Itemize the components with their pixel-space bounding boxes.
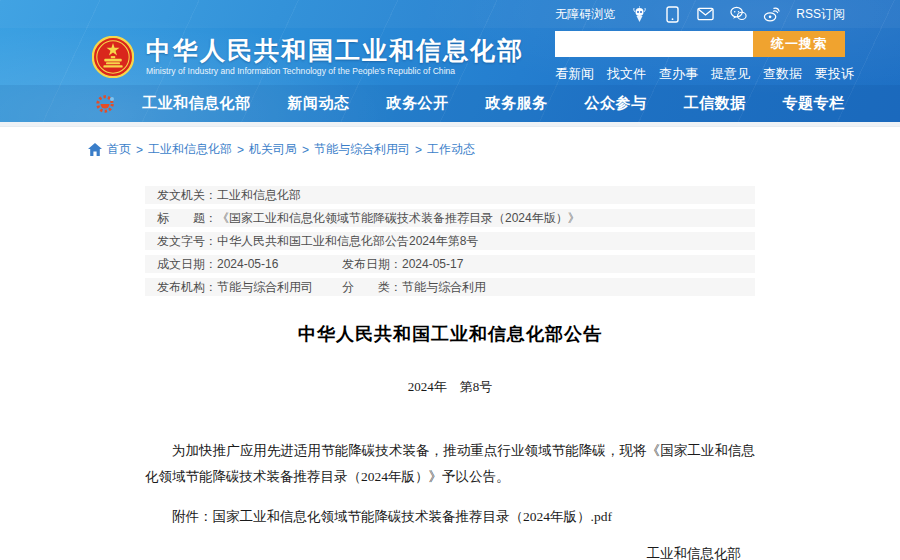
meta-row-document-number: 发文字号： 中华人民共和国工业和信息化部公告2024年第8号 — [145, 232, 755, 250]
site-title-block: 中华人民共和国工业和信息化部 Ministry of Industry and … — [146, 37, 524, 77]
main-nav: 工业和信息化部 新闻动态 政务公开 政务服务 公众参与 工信数据 专题专栏 — [0, 85, 900, 122]
meta-label: 发文字号： — [157, 233, 217, 249]
miit-e-logo-icon — [92, 91, 118, 117]
accessibility-link[interactable]: 无障碍浏览 — [555, 6, 615, 23]
meta-label: 标 题： — [157, 210, 217, 226]
meta-row-publisher-category: 发布机构： 节能与综合利用司 分 类： 节能与综合利用 — [145, 278, 755, 296]
meta-label: 分 类： — [342, 279, 402, 295]
weibo-icon[interactable] — [763, 6, 780, 23]
breadcrumb-ministry[interactable]: 工业和信息化部 — [148, 141, 232, 158]
attachment-link[interactable]: 国家工业和信息化领域节能降碳技术装备推荐目录（2024年版）.pdf — [213, 509, 612, 524]
breadcrumb-separator: > — [237, 143, 244, 157]
meta-label: 发文机关： — [157, 187, 217, 203]
breadcrumb-separator: > — [136, 143, 143, 157]
article: 中华人民共和国工业和信息化部公告 2024年 第8号 为加快推广应用先进适用节能… — [145, 322, 755, 560]
article-paragraph: 为加快推广应用先进适用节能降碳技术装备，推动重点行业领域节能降碳，现将《国家工业… — [145, 438, 755, 490]
breadcrumb-energy-dept[interactable]: 节能与综合利用司 — [314, 141, 410, 158]
mail-icon[interactable] — [697, 6, 714, 23]
meta-value: 中华人民共和国工业和信息化部公告2024年第8号 — [217, 233, 478, 249]
signer: 工业和信息化部 — [145, 542, 741, 560]
breadcrumb-home[interactable]: 首页 — [107, 141, 131, 158]
meta-row-dates: 成文日期： 2024-05-16 发布日期： 2024-05-17 — [145, 255, 755, 273]
nav-item-gov-services[interactable]: 政务服务 — [486, 94, 548, 113]
quick-link-documents[interactable]: 找文件 — [607, 65, 646, 83]
quick-link-services[interactable]: 查办事 — [659, 65, 698, 83]
topbar: 无障碍浏览 — [0, 0, 900, 28]
meta-row-issuing-agency: 发文机关： 工业和信息化部 — [145, 186, 755, 204]
search-zone: 统一搜索 看新闻 找文件 查办事 提意见 查数据 要投诉 — [555, 31, 845, 83]
wechat-icon[interactable] — [730, 6, 747, 23]
site-banner: 无障碍浏览 — [0, 0, 900, 122]
article-issue-number: 2024年 第8号 — [145, 378, 755, 396]
search-button[interactable]: 统一搜索 — [753, 31, 845, 57]
meta-label: 发布日期： — [342, 256, 402, 272]
nav-item-gov-disclosure[interactable]: 政务公开 — [387, 94, 449, 113]
page: 无障碍浏览 — [0, 0, 900, 560]
breadcrumb: 首页 > 工业和信息化部 > 机关司局 > 节能与综合利用司 > 工作动态 — [0, 127, 900, 158]
quick-link-feedback[interactable]: 提意见 — [711, 65, 750, 83]
document-meta-table: 发文机关： 工业和信息化部 标 题： 《国家工业和信息化领域节能降碳技术装备推荐… — [145, 186, 755, 296]
attachment-line: 附件：国家工业和信息化领域节能降碳技术装备推荐目录（2024年版）.pdf — [145, 508, 755, 526]
meta-value: 《国家工业和信息化领域节能降碳技术装备推荐目录（2024年版）》 — [217, 210, 580, 226]
meta-value: 节能与综合利用 — [402, 279, 486, 295]
breadcrumb-work-news[interactable]: 工作动态 — [427, 141, 475, 158]
meta-value: 节能与综合利用司 — [217, 279, 313, 295]
meta-value: 2024-05-17 — [402, 256, 463, 272]
quick-link-news[interactable]: 看新闻 — [555, 65, 594, 83]
home-icon[interactable] — [88, 143, 102, 156]
breadcrumb-separator: > — [302, 143, 309, 157]
national-emblem-icon — [92, 36, 134, 78]
header: 中华人民共和国工业和信息化部 Ministry of Industry and … — [0, 28, 900, 85]
robot-icon[interactable] — [631, 6, 648, 23]
signature-block: 工业和信息化部 2024年5月16日 — [145, 542, 755, 560]
article-title: 中华人民共和国工业和信息化部公告 — [145, 322, 755, 346]
site-title: 中华人民共和国工业和信息化部 — [146, 37, 524, 65]
nav-item-ministry[interactable]: 工业和信息化部 — [142, 94, 251, 113]
nav-item-public-participation[interactable]: 公众参与 — [585, 94, 647, 113]
attachment-label: 附件： — [172, 509, 213, 524]
breadcrumb-separator: > — [415, 143, 422, 157]
search-input[interactable] — [555, 31, 753, 57]
site-title-en: Ministry of Industry and Information Tec… — [146, 67, 524, 76]
quick-links: 看新闻 找文件 查办事 提意见 查数据 要投诉 — [555, 65, 845, 83]
meta-label: 成文日期： — [157, 256, 217, 272]
breadcrumb-departments[interactable]: 机关司局 — [249, 141, 297, 158]
meta-label: 发布机构： — [157, 279, 217, 295]
nav-item-data[interactable]: 工信数据 — [684, 94, 746, 113]
meta-value: 2024-05-16 — [217, 256, 278, 272]
quick-link-data[interactable]: 查数据 — [763, 65, 802, 83]
meta-value: 工业和信息化部 — [217, 187, 301, 203]
meta-row-title: 标 题： 《国家工业和信息化领域节能降碳技术装备推荐目录（2024年版）》 — [145, 209, 755, 227]
nav-item-news[interactable]: 新闻动态 — [288, 94, 350, 113]
quick-link-complaint[interactable]: 要投诉 — [815, 65, 854, 83]
nav-item-special-topics[interactable]: 专题专栏 — [783, 94, 845, 113]
rss-link[interactable]: RSS订阅 — [796, 6, 845, 23]
nav-items: 工业和信息化部 新闻动态 政务公开 政务服务 公众参与 工信数据 专题专栏 — [142, 94, 845, 113]
mobile-icon[interactable] — [664, 6, 681, 23]
